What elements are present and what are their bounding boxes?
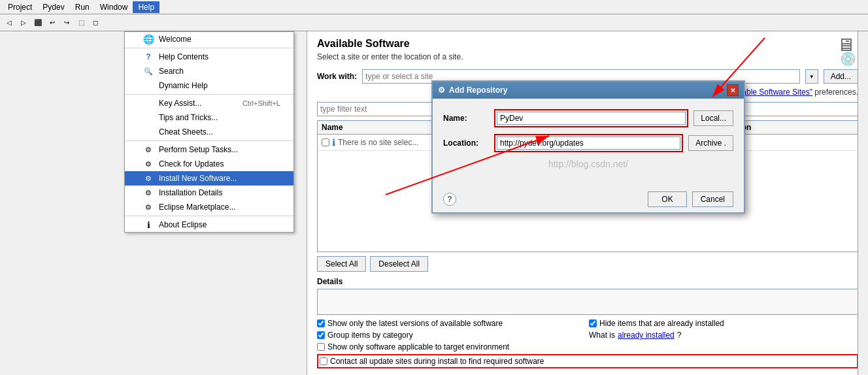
menu-item-search[interactable]: 🔍 Search xyxy=(125,64,293,78)
toolbar-btn5[interactable]: ↪ xyxy=(60,16,73,29)
group-by-category-row: Group items by category xyxy=(317,331,586,340)
dialog-location-input-container xyxy=(494,134,683,152)
contact-label: Contact all update sites during install … xyxy=(330,357,544,366)
archive-button[interactable]: Archive . xyxy=(688,135,733,151)
group-by-category-checkbox[interactable] xyxy=(317,331,325,339)
toolbar-btn3[interactable]: ⬛ xyxy=(31,16,44,29)
dialog-name-input[interactable] xyxy=(497,112,686,125)
menu-item-install-software[interactable]: ⚙ Install New Software... xyxy=(125,171,293,186)
dialog-close-button[interactable]: ✕ xyxy=(727,84,739,96)
dialog-location-label: Location: xyxy=(443,139,489,148)
dialog-titlebar: ⚙ Add Repository ✕ xyxy=(433,82,744,99)
check-updates-icon: ⚙ xyxy=(143,159,154,169)
menu-divider-1 xyxy=(125,48,293,48)
dialog-footer-buttons: OK Cancel xyxy=(648,191,733,207)
local-button[interactable]: Local... xyxy=(693,110,733,126)
key-assist-icon xyxy=(143,98,154,108)
contact-update-sites-checkbox[interactable] xyxy=(320,357,327,365)
toolbar-btn7[interactable]: ◻ xyxy=(89,16,102,29)
contact-row: Contact all update sites during install … xyxy=(317,354,858,368)
show-latest-checkbox[interactable] xyxy=(317,319,325,327)
help-menu-dropdown: 🌐 Welcome ? Help Contents 🔍 Search Dy xyxy=(124,31,294,233)
info-icon: ℹ xyxy=(332,137,335,148)
toolbar-back[interactable]: ◁ xyxy=(3,16,16,29)
menu-divider-2 xyxy=(125,94,293,95)
show-applicable-label: Show only software applicable to target … xyxy=(327,342,509,351)
menu-item-dynamic-help[interactable]: Dynamic Help xyxy=(125,78,293,93)
hide-installed-label: Hide items that are already installed xyxy=(599,319,724,328)
menubar: Project Pydev Run Window Help xyxy=(0,0,868,14)
dialog-ok-button[interactable]: OK xyxy=(648,191,686,207)
what-is-suffix: ? xyxy=(677,331,682,340)
dialog-location-row: Location: Archive . xyxy=(443,134,733,152)
dialog-help-icon[interactable]: ? xyxy=(443,193,456,206)
dialog-body: Name: Local... Location: Archive . xyxy=(433,99,744,186)
dialog-name-row: Name: Local... xyxy=(443,109,733,127)
row-text: There is no site selec... xyxy=(338,138,418,147)
cheat-sheets-icon xyxy=(143,127,154,137)
menu-project[interactable]: Project xyxy=(3,1,37,13)
show-applicable-checkbox[interactable] xyxy=(317,343,325,351)
what-is-installed-row: What is already installed ? xyxy=(589,331,858,340)
toolbar: ◁ ▷ ⬛ ↩ ↪ ⬚ ◻ xyxy=(0,14,868,31)
bottom-buttons: Select All Deselect All xyxy=(317,256,858,272)
software-sites-suffix: preferences. xyxy=(814,88,858,97)
welcome-icon: 🌐 xyxy=(143,34,154,44)
dialog-footer: ? OK Cancel xyxy=(433,186,744,212)
row-checkbox[interactable] xyxy=(322,139,329,146)
group-by-category-label: Group items by category xyxy=(327,331,413,340)
left-panel: 🌐 Welcome ? Help Contents 🔍 Search Dy xyxy=(0,31,307,375)
search-menu-icon: 🔍 xyxy=(143,66,154,76)
dialog-name-label: Name: xyxy=(443,114,489,123)
details-section: Details xyxy=(317,277,858,315)
menu-item-tips[interactable]: Tips and Tricks... xyxy=(125,110,293,125)
toolbar-btn4[interactable]: ↩ xyxy=(46,16,59,29)
toolbar-btn6[interactable]: ⬚ xyxy=(75,16,88,29)
menu-item-installation-details[interactable]: ⚙ Installation Details xyxy=(125,186,293,200)
what-is-text: What is xyxy=(589,331,615,340)
details-box xyxy=(317,289,858,315)
menu-pydev[interactable]: Pydev xyxy=(37,1,69,13)
menu-item-about[interactable]: ℹ About Eclipse xyxy=(125,218,293,232)
dynamic-help-icon xyxy=(143,80,154,91)
menu-divider-4 xyxy=(125,216,293,216)
work-with-dropdown-arrow[interactable]: ▼ xyxy=(805,69,818,84)
menu-window[interactable]: Window xyxy=(95,1,133,13)
menu-item-check-updates[interactable]: ⚙ Check for Updates xyxy=(125,157,293,171)
toolbar-forward[interactable]: ▷ xyxy=(17,16,30,29)
about-icon: ℹ xyxy=(143,220,154,230)
hide-installed-row: Hide items that are already installed xyxy=(589,319,858,328)
menu-item-marketplace[interactable]: ⚙ Eclipse Marketplace... xyxy=(125,200,293,214)
dialog-cancel-button[interactable]: Cancel xyxy=(692,191,733,207)
add-button[interactable]: Add... xyxy=(824,69,858,84)
watermark-text: http://blog.csdn.net/ xyxy=(443,159,733,169)
dialog-location-input[interactable] xyxy=(497,137,680,150)
perform-setup-icon: ⚙ xyxy=(143,144,154,155)
menu-item-welcome[interactable]: 🌐 Welcome xyxy=(125,32,293,46)
panel-title: Available Software xyxy=(317,38,858,50)
installation-details-icon: ⚙ xyxy=(143,188,154,198)
dialog-name-input-container xyxy=(494,109,688,127)
menu-item-key-assist[interactable]: Key Assist... Ctrl+Shift+L xyxy=(125,96,293,110)
show-latest-label: Show only the latest versions of availab… xyxy=(327,319,503,328)
menu-item-help-contents[interactable]: ? Help Contents xyxy=(125,50,293,64)
hide-installed-checkbox[interactable] xyxy=(589,319,597,327)
menu-item-perform-setup[interactable]: ⚙ Perform Setup Tasks... xyxy=(125,142,293,157)
show-applicable-row: Show only software applicable to target … xyxy=(317,342,586,351)
show-latest-row: Show only the latest versions of availab… xyxy=(317,319,586,328)
panel-subtitle: Select a site or enter the location of a… xyxy=(317,52,858,61)
tips-icon xyxy=(143,112,154,123)
select-all-button[interactable]: Select All xyxy=(317,256,366,272)
right-panel: 🖥 💿 Available Software Select a site or … xyxy=(307,31,868,375)
install-software-icon: ⚙ xyxy=(143,173,154,184)
already-installed-link[interactable]: already installed xyxy=(618,331,675,340)
dialog-title-text: Add Repository xyxy=(449,86,507,95)
cd-icon: 💿 xyxy=(840,51,856,67)
menu-item-cheat-sheets[interactable]: Cheat Sheets... xyxy=(125,125,293,139)
help-contents-icon: ? xyxy=(143,52,154,62)
add-repository-dialog: ⚙ Add Repository ✕ Name: Local... xyxy=(431,80,745,214)
menu-help[interactable]: Help xyxy=(133,1,159,13)
scrollbar[interactable] xyxy=(858,31,868,375)
menu-run[interactable]: Run xyxy=(70,1,95,13)
deselect-all-button[interactable]: Deselect All xyxy=(370,256,428,272)
